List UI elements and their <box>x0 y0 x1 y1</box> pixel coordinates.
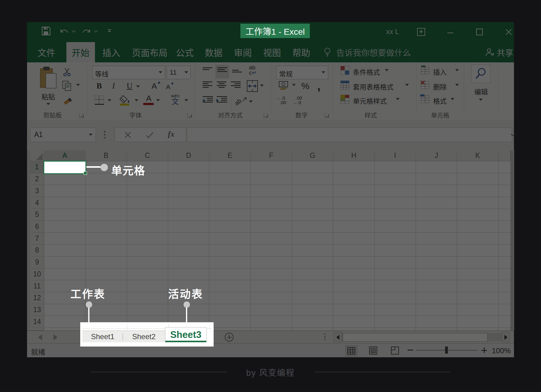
caption-bar: by 风变编程 <box>0 366 541 378</box>
sheet-tab-divider <box>123 333 123 340</box>
caption-text: by 风变编程 <box>246 366 295 378</box>
worksheet-callout-line <box>88 308 89 324</box>
caption-left-line <box>90 372 227 372</box>
worksheet-annotation: 工作表 <box>70 285 105 301</box>
active-sheet-callout-dot <box>184 301 190 308</box>
active-sheet-annotation: 活动表 <box>168 285 203 301</box>
sheet-tab-sheet3-active[interactable]: Sheet3 <box>165 327 207 342</box>
title-spotlight: 工作簿1 - Excel <box>240 24 310 38</box>
active-sheet-callout-line <box>186 308 187 327</box>
fill-handle[interactable] <box>84 171 87 175</box>
cell-annotation: 单元格 <box>111 162 145 178</box>
sheet-tabs-spotlight: Sheet1 Sheet2 Sheet3 <box>80 322 214 347</box>
worksheet-callout-dot <box>86 301 92 308</box>
gridline-decoration <box>127 324 127 331</box>
gridline-decoration <box>210 324 210 331</box>
stage: xx L 文件开始插入页面布局公式数据审阅视图帮助 <box>0 0 541 392</box>
selected-cell-a1[interactable] <box>43 161 86 174</box>
cell-callout-dot <box>101 164 108 171</box>
cell-callout-line <box>86 166 101 168</box>
caption-right-line <box>314 372 450 372</box>
active-sheet-underline <box>165 341 206 342</box>
sheet-tab-sheet2[interactable]: Sheet2 <box>125 331 162 343</box>
window-title: 工作簿1 - Excel <box>246 25 305 37</box>
sheet-tab-sheet1[interactable]: Sheet1 <box>85 331 120 343</box>
